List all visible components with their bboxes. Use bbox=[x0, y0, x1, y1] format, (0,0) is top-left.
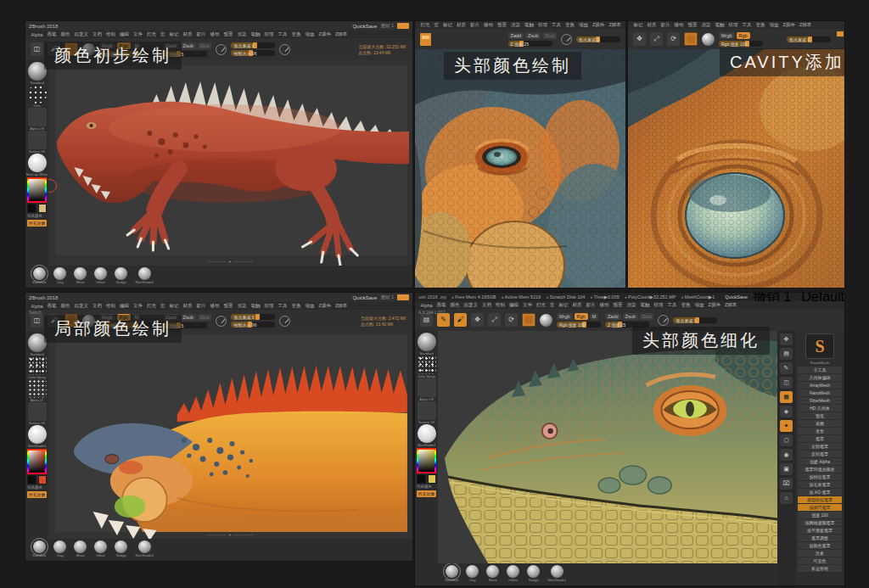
quick-brush-thumb[interactable]: Move bbox=[74, 540, 87, 557]
quick-brush-thumb[interactable]: Standard bbox=[445, 565, 458, 582]
fill-object-button[interactable]: 填充对象 bbox=[27, 491, 47, 498]
draw-button[interactable]: 🖌 bbox=[454, 313, 467, 327]
menu-item[interactable]: 纹理 bbox=[652, 302, 665, 308]
palette-icon[interactable]: ✦ bbox=[780, 420, 793, 432]
menu-item[interactable]: 材质 bbox=[645, 22, 659, 28]
current-tool-logo[interactable]: S bbox=[805, 333, 834, 359]
menu-item[interactable]: 自定义 bbox=[462, 302, 480, 308]
current-tool-swatch[interactable] bbox=[522, 313, 535, 327]
menu-item[interactable]: 变换 bbox=[679, 302, 692, 308]
quicksave-button[interactable]: QuickSave bbox=[352, 295, 377, 300]
menu-item[interactable]: 颜色 bbox=[448, 302, 462, 308]
menu-item[interactable]: 文件 bbox=[132, 31, 145, 37]
quick-brush-thumb[interactable]: Move bbox=[74, 267, 87, 284]
tray-thumb[interactable]: Color Spray bbox=[417, 356, 436, 378]
tool-palette-row[interactable]: 按平滑度遮罩 bbox=[798, 527, 842, 534]
menu-item[interactable]: 变换 bbox=[563, 22, 577, 28]
menu-item[interactable]: Z脚本 bbox=[722, 302, 738, 308]
menu-item[interactable]: 画笔 bbox=[45, 303, 59, 309]
menu-item[interactable]: Z插件 bbox=[317, 303, 333, 309]
palette-icon[interactable]: ◉ bbox=[780, 449, 793, 461]
menu-item[interactable]: Z脚本 bbox=[797, 22, 813, 28]
menu-item[interactable]: 宏 bbox=[159, 303, 168, 309]
color-picker[interactable] bbox=[417, 448, 436, 473]
color-swatch[interactable] bbox=[27, 204, 36, 213]
projection-master-icon[interactable]: ◫ bbox=[31, 314, 43, 328]
zcut-button[interactable]: Zcut bbox=[198, 314, 212, 321]
menu-item[interactable]: Z脚本 bbox=[607, 22, 623, 28]
rotate-tool-icon[interactable]: ⟳ bbox=[505, 313, 518, 327]
menu-item[interactable]: Z插件 bbox=[591, 22, 607, 28]
zsub-button[interactable]: Zsub bbox=[525, 32, 541, 39]
menu-item[interactable]: 工具 bbox=[550, 22, 563, 28]
tool-palette-row[interactable]: 按毛发遮罩 bbox=[798, 481, 842, 488]
mrgb-button[interactable]: Mrgb bbox=[557, 313, 573, 320]
mrgb-button[interactable]: Mrgb bbox=[719, 32, 735, 39]
quick-brush-thumb[interactable]: Nudge bbox=[527, 565, 540, 582]
move-tool-icon[interactable]: ✥ bbox=[471, 313, 484, 327]
focal-shift-slider[interactable]: 焦点衰减 0 bbox=[231, 42, 275, 48]
menu-item[interactable]: Z插件 bbox=[781, 22, 797, 28]
switch-color-button[interactable]: 切换颜色 bbox=[27, 214, 47, 219]
menu-item[interactable]: 渲染 bbox=[235, 31, 249, 37]
menu-item[interactable]: 宏 bbox=[548, 302, 558, 308]
menu-item[interactable]: 材质 bbox=[455, 22, 468, 28]
tool-palette-row[interactable]: 反转遮罩 bbox=[798, 451, 842, 457]
menu-item[interactable]: 影片 bbox=[194, 303, 208, 309]
menu-item[interactable]: 标记 bbox=[557, 302, 570, 308]
menu-item[interactable]: Alpha bbox=[418, 303, 434, 308]
menu-item[interactable]: Z脚本 bbox=[333, 31, 349, 37]
tool-palette-row[interactable]: 模型特征遮罩 bbox=[798, 496, 842, 503]
switch-color-button[interactable]: 切换颜色 bbox=[417, 484, 436, 490]
menu-item[interactable]: 灯光 bbox=[535, 302, 548, 308]
menu-item[interactable]: 预置 bbox=[496, 22, 509, 28]
tool-palette-row[interactable]: 子工具 bbox=[798, 367, 842, 373]
tool-palette-row[interactable]: 全部遮罩 bbox=[798, 443, 842, 450]
menu-item[interactable]: 标记 bbox=[441, 22, 455, 28]
menu-item[interactable]: 标记 bbox=[631, 22, 645, 28]
menu-item[interactable]: Alpha bbox=[29, 304, 45, 309]
zcut-button[interactable]: Zcut bbox=[542, 32, 557, 39]
color-swatch[interactable] bbox=[417, 474, 426, 484]
quick-brush-thumb[interactable]: Clay bbox=[466, 565, 479, 582]
menu-item[interactable]: 移动 bbox=[208, 31, 221, 37]
menu-item[interactable]: 文件 bbox=[132, 303, 145, 309]
rgb-intensity-slider[interactable]: Rgb 强度 100 bbox=[557, 322, 601, 328]
menu-item[interactable]: 工具 bbox=[665, 302, 679, 308]
menu-item[interactable]: 文档 bbox=[480, 302, 494, 308]
color-picker[interactable] bbox=[27, 177, 47, 203]
zcut-button[interactable]: Zcut bbox=[640, 313, 654, 320]
viewport-canvas[interactable] bbox=[628, 49, 844, 288]
menu-item[interactable]: Z插件 bbox=[317, 31, 333, 37]
lightbox-toggle[interactable] bbox=[397, 23, 409, 29]
viewport-canvas[interactable]: ────── ✦ ────── bbox=[48, 332, 412, 539]
tray-thumb[interactable]: Dots bbox=[27, 85, 47, 108]
menu-item[interactable]: 变换 bbox=[754, 22, 767, 28]
menu-item[interactable]: 画笔 bbox=[45, 31, 59, 37]
edit-button[interactable]: ✎ bbox=[437, 313, 450, 327]
quick-brush-thumb[interactable]: SkinShade4 bbox=[135, 267, 154, 284]
current-tool-swatch[interactable] bbox=[684, 32, 698, 46]
canvas-scroll-handle[interactable]: ────── ✦ ────── bbox=[585, 557, 631, 562]
focal-shift-slider[interactable]: 焦点衰减 0 bbox=[787, 36, 831, 42]
menu-item[interactable]: 编辑 bbox=[118, 31, 132, 37]
menu-item[interactable]: Z脚本 bbox=[333, 303, 349, 309]
color-swatch[interactable] bbox=[27, 475, 36, 484]
menu-item[interactable]: 笔触 bbox=[249, 303, 262, 309]
draw-size-slider[interactable]: 绘制大小 96 bbox=[231, 50, 275, 56]
tool-palette-row[interactable]: 创建 Alpha bbox=[798, 458, 842, 465]
tool-palette-row[interactable]: 遮罩环境光吸收 bbox=[798, 466, 842, 473]
menu-item[interactable]: 工具 bbox=[276, 303, 289, 309]
zadd-button[interactable]: Zadd bbox=[605, 313, 621, 320]
menu-item[interactable]: 移动 bbox=[208, 303, 221, 309]
menu-item[interactable]: 画笔 bbox=[434, 302, 448, 308]
palette-icon[interactable]: ⌧ bbox=[780, 478, 793, 490]
tool-palette-row[interactable]: 多边形组 bbox=[798, 565, 842, 572]
quick-brush-thumb[interactable]: Move bbox=[486, 565, 499, 582]
color-picker[interactable] bbox=[27, 449, 47, 474]
color-swatch[interactable] bbox=[428, 474, 437, 484]
menu-item[interactable]: 缩放 bbox=[577, 22, 591, 28]
menu-item[interactable]: 纹理 bbox=[262, 31, 276, 37]
tool-palette-row[interactable]: NanoMesh bbox=[798, 389, 842, 396]
tool-palette-row[interactable]: 按 AO 遮罩 bbox=[798, 489, 842, 496]
